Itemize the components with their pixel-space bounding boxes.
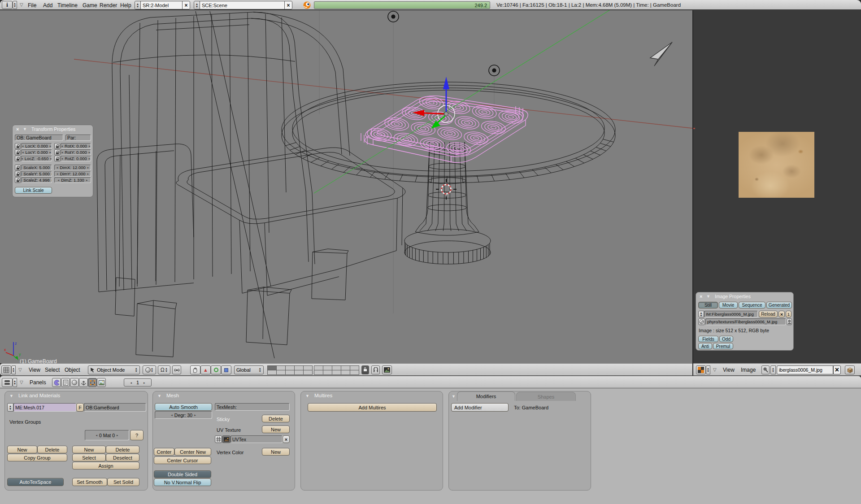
uv-texture-new-button[interactable]: New — [262, 426, 290, 433]
menu-help[interactable]: Help — [120, 2, 131, 9]
menu-render[interactable]: Render — [100, 2, 117, 9]
uvtex-delete-button[interactable]: × — [283, 435, 290, 443]
assign-button[interactable]: Assign — [72, 462, 139, 469]
editor-type-stepper[interactable]: ▲▼ — [13, 378, 17, 387]
ob-id-field[interactable]: OB:GameBoard — [84, 403, 146, 412]
menu-timeline[interactable]: Timeline — [57, 2, 78, 9]
vgroup-new-button[interactable]: New — [7, 446, 37, 453]
scalez-field[interactable]: ◂ScaleZ: 4.998▸ — [21, 177, 52, 183]
fake-user-button[interactable]: F — [76, 403, 84, 412]
anti-toggle[interactable]: Anti — [698, 343, 712, 349]
scene-selector[interactable]: ▲▼ SCE:Scene × — [194, 1, 292, 9]
layer-buttons-group-1[interactable] — [267, 365, 312, 374]
editing-context-button[interactable] — [88, 378, 97, 387]
source-movie-button[interactable]: Movie — [719, 302, 738, 308]
draw-type-dropdown[interactable]: ▲▼ — [143, 365, 156, 374]
material-new-button[interactable]: New — [72, 446, 106, 453]
users-count-button[interactable]: 1 — [786, 311, 791, 317]
set-smooth-button[interactable]: Set Smooth — [72, 478, 107, 486]
dimz-field[interactable]: ◂DimZ: 1.330▸ — [54, 177, 91, 183]
no-vnormal-flip-toggle[interactable]: No V.Normal Flip — [154, 478, 211, 486]
lock-roty[interactable] — [54, 149, 60, 155]
orientation-dropdown[interactable]: Global ▲▼ — [234, 365, 264, 374]
menu-game[interactable]: Game — [83, 2, 97, 9]
frame-number-field[interactable]: ◂1▸ — [124, 378, 152, 387]
panel-collapse-icon[interactable]: ▼ — [305, 394, 309, 398]
layer-cell[interactable] — [314, 370, 323, 375]
layer-cell[interactable] — [350, 370, 359, 375]
degr-field[interactable]: ◂Degr: 30▸ — [155, 411, 212, 419]
arrow-empty-marker[interactable] — [650, 42, 672, 66]
rotx-field[interactable]: ◂RotX: 0.000▸ — [61, 143, 91, 149]
fields-toggle[interactable]: Fields — [698, 336, 718, 342]
parent-field[interactable]: Par: — [65, 135, 91, 141]
uvtex-image-button[interactable] — [222, 435, 230, 443]
scalex-field[interactable]: ◂ScaleX: 5.000▸ — [21, 165, 52, 170]
image-path-field[interactable]: phyro/textures/Fiberglass0006_M.jpg — [705, 318, 786, 325]
select-button[interactable]: Select — [72, 454, 106, 461]
pin-image-toggle[interactable] — [761, 365, 770, 374]
center-button[interactable]: Center — [154, 448, 174, 456]
editor-type-button[interactable] — [2, 378, 13, 387]
collapse-menus-icon[interactable]: ▽ — [20, 380, 23, 385]
logic-context-button[interactable] — [52, 378, 61, 387]
image-browse-stepper[interactable]: ▲▼ — [770, 365, 776, 374]
set-solid-button[interactable]: Set Solid — [107, 478, 139, 486]
mode-dropdown[interactable]: Object Mode ▲▼ — [88, 365, 140, 374]
dimx-field[interactable]: ◂DimX: 12.000▸ — [54, 165, 91, 170]
auto-smooth-toggle[interactable]: Auto Smooth — [155, 403, 212, 411]
vertex-color-new-button[interactable]: New — [262, 448, 290, 456]
odd-toggle[interactable]: Odd — [719, 336, 733, 342]
shading-context-button[interactable] — [70, 378, 79, 387]
layer-cell[interactable] — [267, 370, 277, 375]
lock-layers-toggle[interactable] — [361, 365, 369, 374]
scene-context-button[interactable] — [97, 378, 106, 387]
mesh-id-field[interactable]: ME:Mesh.017 — [13, 403, 76, 412]
manipulator-scale-toggle[interactable] — [211, 365, 221, 374]
unlink-image-button[interactable]: × — [778, 311, 785, 317]
source-still-button[interactable]: Still — [698, 302, 718, 308]
panel-collapse-icon[interactable]: ▼ — [157, 394, 161, 398]
panel-close-icon[interactable]: × — [700, 294, 702, 299]
material-delete-button[interactable]: Delete — [106, 446, 139, 453]
material-index-field[interactable]: ◂0 Mat 0▸ — [85, 430, 129, 440]
lock-scaley[interactable] — [15, 171, 21, 177]
premul-toggle[interactable]: Premul — [713, 343, 733, 349]
texture-image-preview[interactable] — [739, 132, 814, 198]
dimy-field[interactable]: ◂DimY: 12.000▸ — [54, 171, 91, 177]
empty-markers[interactable] — [388, 11, 500, 76]
panel-collapse-icon[interactable]: ▼ — [452, 394, 456, 399]
menu-select[interactable]: Select — [45, 367, 60, 373]
mode-stepper[interactable]: ▲▼ — [135, 367, 138, 373]
manipulator-translate-toggle[interactable] — [190, 365, 200, 374]
file-browse-icon[interactable] — [698, 318, 705, 325]
manipulator-rotate-toggle[interactable]: ▲ — [200, 365, 211, 374]
image-browse-stepper[interactable]: ▲▼ — [698, 311, 704, 317]
panel-collapse-icon[interactable]: ▼ — [23, 127, 27, 131]
lock-locx[interactable] — [15, 143, 21, 149]
deselect-button[interactable]: Deselect — [106, 454, 139, 461]
add-multires-button[interactable]: Add Multires — [308, 403, 437, 412]
snap-toggle[interactable] — [371, 365, 380, 374]
screen-close-icon[interactable]: × — [182, 1, 190, 9]
ob-name-field[interactable]: OB: GameBoard — [15, 135, 63, 141]
editor-type-stepper[interactable]: ▲▼ — [11, 365, 16, 374]
layer-cell[interactable] — [294, 370, 304, 375]
manipulator-combo-toggle[interactable] — [221, 365, 231, 374]
layer-cell[interactable] — [285, 370, 295, 375]
uvtex-pin-button[interactable] — [215, 435, 222, 443]
autotexspace-toggle[interactable]: AutoTexSpace — [7, 478, 64, 486]
sticky-delete-button[interactable]: Delete — [262, 415, 290, 422]
lock-locy[interactable] — [15, 149, 21, 155]
image-close-button[interactable]: × — [833, 365, 841, 374]
center-cursor-button[interactable]: Center Cursor — [154, 456, 211, 464]
window-type-button[interactable]: i — [2, 1, 13, 9]
editor-type-stepper[interactable]: ▲▼ — [706, 365, 710, 374]
vgroup-delete-button[interactable]: Delete — [37, 446, 67, 453]
locx-field[interactable]: ◂LocX: 0.000▸ — [21, 143, 52, 149]
menu-view[interactable]: View — [29, 367, 40, 373]
panel-close-icon[interactable]: × — [16, 126, 19, 132]
menu-object[interactable]: Object — [65, 367, 80, 373]
pivot-dropdown[interactable]: Ω ▲▼ — [158, 365, 170, 374]
screen-selector-stepper[interactable]: ▲▼ — [135, 1, 141, 9]
